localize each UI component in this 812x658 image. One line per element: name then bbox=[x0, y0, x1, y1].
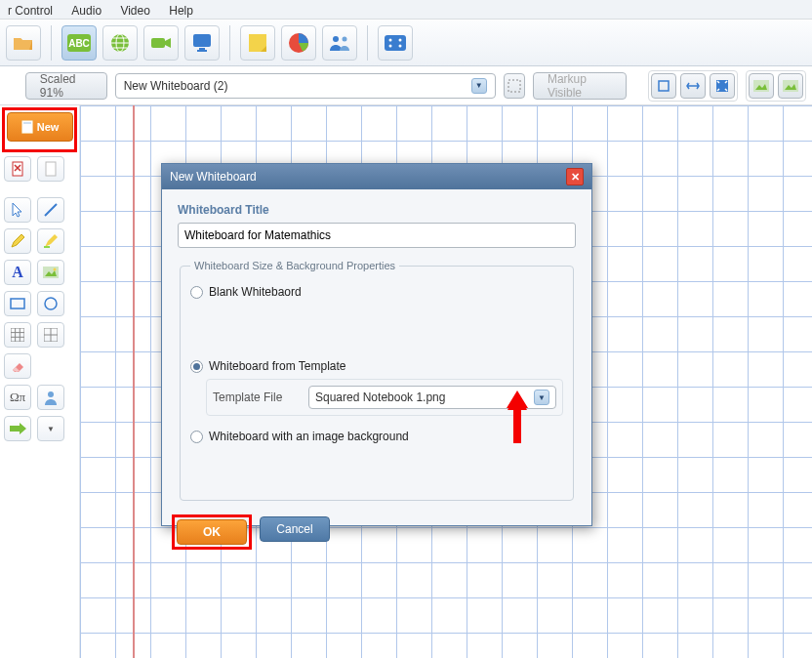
image-insert-icon[interactable] bbox=[37, 260, 64, 285]
template-file-label: Template File bbox=[213, 391, 301, 404]
svg-rect-20 bbox=[783, 80, 798, 92]
radio-template-label: Whiteboard from Template bbox=[209, 359, 346, 373]
menu-audio[interactable]: Audio bbox=[63, 2, 109, 20]
svg-rect-5 bbox=[193, 34, 211, 47]
svg-text:ABC: ABC bbox=[68, 38, 90, 49]
omega-icon[interactable]: Ωπ bbox=[4, 385, 31, 410]
menubar: r Control Audio Video Help bbox=[0, 0, 812, 20]
svg-point-15 bbox=[399, 45, 402, 48]
scale-button[interactable]: Scaled 91% bbox=[25, 72, 107, 100]
whiteboard-title-input[interactable] bbox=[178, 223, 576, 248]
cancel-button[interactable]: Cancel bbox=[260, 516, 330, 542]
svg-rect-28 bbox=[11, 299, 24, 308]
svg-point-12 bbox=[389, 39, 392, 42]
svg-rect-4 bbox=[151, 38, 165, 48]
svg-rect-26 bbox=[43, 267, 59, 278]
menu-help[interactable]: Help bbox=[161, 2, 201, 20]
menu-control[interactable]: r Control bbox=[0, 2, 61, 20]
camera-icon[interactable] bbox=[143, 25, 179, 61]
board-name-combo[interactable]: New Whiteboard (2) ▼ bbox=[115, 73, 496, 99]
svg-rect-22 bbox=[23, 122, 31, 124]
page-delete-icon[interactable] bbox=[4, 156, 31, 182]
table-icon[interactable] bbox=[37, 322, 64, 348]
svg-point-27 bbox=[54, 268, 57, 271]
globe-icon[interactable] bbox=[102, 25, 138, 61]
tool-grid: A Ωπ ▼ bbox=[4, 156, 75, 441]
fit-group bbox=[648, 70, 738, 102]
highlighter-icon[interactable] bbox=[37, 228, 64, 254]
grid-icon[interactable] bbox=[4, 322, 31, 348]
border-toggle-icon[interactable] bbox=[504, 73, 525, 99]
fit-width-icon[interactable] bbox=[680, 73, 706, 99]
sticky-note-icon[interactable] bbox=[240, 25, 275, 61]
radio-blank[interactable]: Blank Whitebaord bbox=[190, 285, 563, 299]
rect-icon[interactable] bbox=[4, 291, 31, 316]
svg-point-29 bbox=[45, 298, 57, 309]
picture-prev-icon[interactable] bbox=[749, 73, 774, 99]
person-icon[interactable] bbox=[37, 385, 64, 410]
template-file-value: Squared Notebook 1.png bbox=[315, 391, 445, 404]
dialog-title-text: New Whiteboard bbox=[170, 170, 257, 184]
radio-icon bbox=[190, 286, 203, 299]
pointer-icon[interactable] bbox=[4, 197, 31, 223]
svg-point-14 bbox=[389, 45, 392, 48]
text-icon[interactable]: A bbox=[4, 260, 31, 285]
svg-rect-7 bbox=[197, 50, 207, 52]
pencil-icon[interactable] bbox=[4, 228, 31, 254]
dialog-body: Whiteboard Title Whiteboard Size & Backg… bbox=[162, 189, 591, 509]
margin-line bbox=[133, 105, 135, 658]
svg-rect-11 bbox=[385, 35, 406, 51]
radio-icon bbox=[190, 360, 203, 373]
svg-point-9 bbox=[333, 36, 339, 42]
radio-blank-label: Blank Whitebaord bbox=[209, 285, 302, 299]
dialog-titlebar[interactable]: New Whiteboard ✕ bbox=[162, 164, 591, 189]
fit-original-icon[interactable] bbox=[651, 73, 676, 99]
arrow-right-icon[interactable] bbox=[4, 416, 31, 441]
pie-chart-icon[interactable] bbox=[281, 25, 316, 61]
svg-point-13 bbox=[399, 39, 402, 42]
whiteboard-title-label: Whiteboard Title bbox=[178, 203, 576, 217]
page-blank-icon[interactable] bbox=[37, 156, 64, 182]
film-icon[interactable] bbox=[378, 25, 413, 61]
monitor-icon[interactable] bbox=[184, 25, 220, 61]
folder-open-icon[interactable] bbox=[6, 25, 41, 61]
board-name-text: New Whiteboard (2) bbox=[124, 79, 228, 93]
new-button-label: New bbox=[37, 121, 60, 133]
svg-point-10 bbox=[343, 37, 347, 42]
svg-rect-33 bbox=[513, 408, 521, 443]
new-whiteboard-button[interactable]: New bbox=[7, 112, 73, 142]
svg-rect-30 bbox=[11, 328, 24, 342]
page-icon bbox=[21, 120, 33, 134]
svg-rect-25 bbox=[44, 246, 50, 248]
work-row: Scaled 91% New Whiteboard (2) ▼ Markup V… bbox=[0, 66, 812, 105]
menu-video[interactable]: Video bbox=[112, 2, 157, 20]
fieldset-legend: Whiteboard Size & Background Properties bbox=[190, 260, 399, 271]
background-fieldset: Whiteboard Size & Background Properties … bbox=[180, 260, 574, 501]
svg-rect-19 bbox=[753, 80, 769, 92]
side-panel: New A Ωπ ▼ bbox=[0, 105, 80, 658]
dropdown-icon[interactable]: ▼ bbox=[37, 416, 64, 441]
svg-point-32 bbox=[48, 391, 54, 397]
image-group bbox=[746, 70, 806, 102]
chevron-down-icon[interactable]: ▼ bbox=[534, 390, 549, 405]
svg-rect-6 bbox=[199, 48, 205, 50]
new-whiteboard-dialog: New Whiteboard ✕ Whiteboard Title Whiteb… bbox=[161, 163, 592, 526]
eraser-icon[interactable] bbox=[4, 353, 31, 379]
toolbar-main: ABC bbox=[0, 20, 812, 66]
radio-template[interactable]: Whiteboard from Template bbox=[190, 359, 563, 373]
abc-icon[interactable]: ABC bbox=[61, 25, 97, 61]
chevron-down-icon: ▼ bbox=[471, 78, 487, 94]
close-icon[interactable]: ✕ bbox=[566, 168, 584, 185]
circle-icon[interactable] bbox=[37, 291, 64, 316]
ok-button[interactable]: OK bbox=[177, 519, 247, 545]
people-icon[interactable] bbox=[322, 25, 357, 61]
svg-rect-17 bbox=[659, 81, 669, 91]
fit-page-icon[interactable] bbox=[710, 73, 735, 99]
radio-icon bbox=[190, 431, 203, 443]
svg-rect-24 bbox=[46, 162, 56, 176]
annotation-arrow-icon bbox=[503, 389, 532, 447]
radio-image-label: Whiteboard with an image background bbox=[209, 430, 409, 443]
line-icon[interactable] bbox=[37, 197, 64, 223]
markup-visible-button[interactable]: Markup Visible bbox=[533, 72, 627, 100]
picture-next-icon[interactable] bbox=[778, 73, 803, 99]
